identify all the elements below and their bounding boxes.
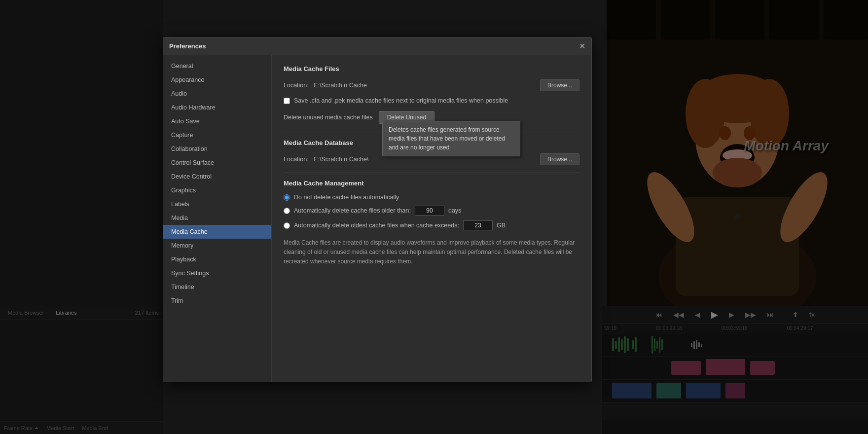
- sidebar-item-playback[interactable]: Playback: [163, 253, 271, 266]
- gb-unit-label: GB: [497, 222, 506, 229]
- radio-no-delete-row: Do not delete cache files automatically: [284, 194, 579, 201]
- sidebar-item-general[interactable]: General: [163, 59, 271, 73]
- sidebar-item-media-cache[interactable]: Media Cache: [163, 225, 271, 239]
- sidebar-item-timeline[interactable]: Timeline: [163, 280, 271, 294]
- sidebar-item-capture[interactable]: Capture: [163, 128, 271, 142]
- preferences-content: Media Cache Files Location: E:\Scratch n…: [272, 55, 591, 382]
- preferences-dialog: Preferences ✕ General Appearance Audio A…: [163, 37, 592, 382]
- sidebar-item-device-control[interactable]: Device Control: [163, 170, 271, 183]
- radio-auto-older-row: Automatically delete cache files older t…: [284, 206, 579, 216]
- save-checkbox-row: Save .cfa and .pek media cache files nex…: [284, 97, 579, 104]
- radio-no-delete[interactable]: [284, 194, 290, 201]
- preferences-sidebar: General Appearance Audio Audio Hardware …: [163, 55, 272, 382]
- radio-auto-exceeds[interactable]: [284, 222, 290, 229]
- save-cache-checkbox[interactable]: [284, 98, 290, 104]
- save-cache-label: Save .cfa and .pek media cache files nex…: [294, 97, 508, 104]
- radio-no-delete-label: Do not delete cache files automatically: [294, 194, 399, 201]
- sidebar-item-memory[interactable]: Memory: [163, 239, 271, 253]
- delete-cache-label: Delete unused media cache files: [284, 114, 373, 121]
- radio-auto-exceeds-label: Automatically delete oldest cache files …: [294, 222, 459, 229]
- cache-files-browse-button[interactable]: Browse...: [540, 79, 579, 91]
- radio-auto-older-label: Automatically delete cache files older t…: [294, 207, 411, 214]
- sidebar-item-sync-settings[interactable]: Sync Settings: [163, 266, 271, 280]
- radio-auto-exceeds-row: Automatically delete oldest cache files …: [284, 220, 579, 230]
- delete-cache-row: Delete unused media cache files Delete U…: [284, 111, 579, 124]
- dialog-overlay: Preferences ✕ General Appearance Audio A…: [0, 0, 868, 434]
- sidebar-item-graphics[interactable]: Graphics: [163, 183, 271, 197]
- dialog-body: General Appearance Audio Audio Hardware …: [163, 55, 591, 382]
- days-unit-label: days: [448, 207, 461, 214]
- sidebar-item-audio[interactable]: Audio: [163, 87, 271, 101]
- cache-info-text: Media Cache files are created to display…: [284, 238, 579, 267]
- cache-db-location-value: E:\Scratch n Cache\: [314, 156, 368, 163]
- sidebar-item-appearance[interactable]: Appearance: [163, 73, 271, 87]
- days-input[interactable]: [415, 206, 444, 216]
- section-divider-2: [284, 172, 579, 173]
- cache-files-location-label: Location: E:\Scratch n Cache: [284, 82, 535, 89]
- sidebar-item-labels[interactable]: Labels: [163, 197, 271, 211]
- gb-input[interactable]: [463, 220, 493, 230]
- cache-files-location-value: E:\Scratch n Cache: [314, 82, 367, 89]
- cache-db-browse-button[interactable]: Browse...: [540, 153, 579, 165]
- sidebar-item-media[interactable]: Media: [163, 211, 271, 225]
- radio-auto-older[interactable]: [284, 208, 290, 214]
- cache-db-location-label: Location: E:\Scratch n Cache\: [284, 156, 535, 163]
- sidebar-item-auto-save[interactable]: Auto Save: [163, 114, 271, 128]
- sidebar-item-trim[interactable]: Trim: [163, 294, 271, 308]
- dialog-title: Preferences: [169, 42, 206, 50]
- cache-mgmt-section-title: Media Cache Management: [284, 180, 579, 187]
- delete-tooltip: Deletes cache files generated from sourc…: [382, 121, 520, 156]
- sidebar-item-audio-hardware[interactable]: Audio Hardware: [163, 101, 271, 114]
- sidebar-item-control-surface[interactable]: Control Surface: [163, 156, 271, 170]
- dialog-close-button[interactable]: ✕: [579, 42, 585, 50]
- sidebar-item-collaboration[interactable]: Collaboration: [163, 142, 271, 156]
- dialog-titlebar: Preferences ✕: [163, 37, 591, 55]
- cache-files-section-title: Media Cache Files: [284, 65, 579, 72]
- cache-files-location-row: Location: E:\Scratch n Cache Browse...: [284, 79, 579, 91]
